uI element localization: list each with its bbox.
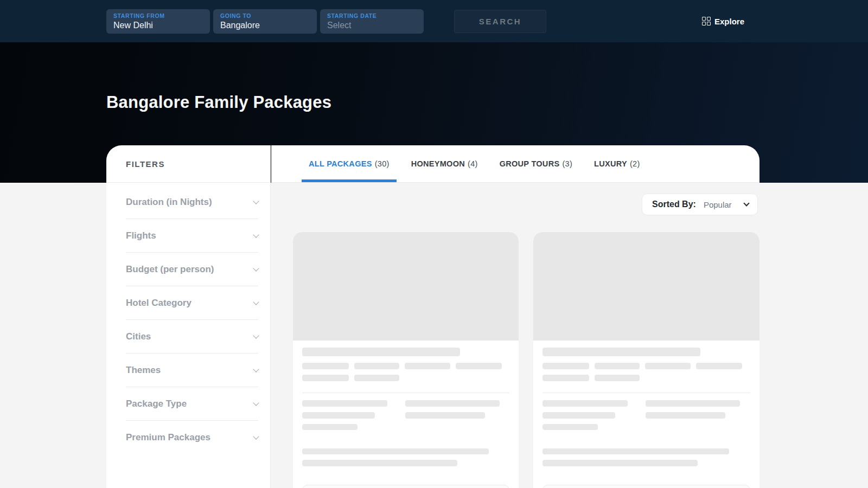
filter-label: Duration (in Nights) bbox=[126, 197, 212, 208]
starting-date-label: STARTING DATE bbox=[327, 12, 417, 19]
chevron-down-icon bbox=[253, 232, 259, 237]
going-to-field[interactable]: GOING TO Bangalore bbox=[213, 9, 317, 34]
package-card-skeleton bbox=[533, 232, 760, 488]
filter-label: Package Type bbox=[126, 399, 187, 409]
skeleton-price-box bbox=[542, 485, 750, 488]
card-body bbox=[533, 341, 760, 488]
chevron-down-icon bbox=[253, 332, 259, 338]
filter-item-package-type[interactable]: Package Type bbox=[126, 387, 258, 421]
package-results bbox=[293, 232, 760, 488]
skeleton-details bbox=[302, 400, 509, 435]
tab-luxury[interactable]: LUXURY (2) bbox=[587, 145, 647, 182]
travel-packages-page: Bangalore Family Packages STARTING FROM … bbox=[0, 0, 868, 488]
chevron-down-icon bbox=[253, 400, 259, 406]
tab-label: HONEYMOON bbox=[411, 159, 465, 168]
chevron-down-icon bbox=[743, 200, 749, 206]
grid-icon bbox=[702, 17, 711, 25]
skeleton-chip-row bbox=[542, 363, 750, 369]
sort-label: Sorted By: bbox=[652, 200, 696, 209]
filters-heading: FILTERS bbox=[106, 145, 270, 183]
explore-label: Explore bbox=[714, 17, 744, 26]
starting-from-label: STARTING FROM bbox=[113, 12, 203, 19]
tab-group-tours[interactable]: GROUP TOURS (3) bbox=[493, 145, 579, 182]
skeleton-chip-row bbox=[302, 375, 509, 381]
skeleton-price-box bbox=[302, 485, 509, 488]
going-to-label: GOING TO bbox=[220, 12, 310, 19]
filter-label: Flights bbox=[126, 230, 156, 241]
package-tabs: ALL PACKAGES (30) HONEYMOON (4) GROUP TO… bbox=[271, 145, 760, 183]
filter-item-flights[interactable]: Flights bbox=[126, 219, 258, 253]
card-divider bbox=[542, 393, 750, 393]
skeleton-title bbox=[542, 348, 700, 356]
sort-dropdown[interactable]: Sorted By: Popular bbox=[642, 194, 758, 215]
skeleton-line bbox=[302, 448, 489, 454]
filter-label: Cities bbox=[126, 331, 151, 342]
active-tab-underline bbox=[302, 179, 397, 182]
skeleton-title bbox=[302, 348, 460, 356]
card-body bbox=[293, 341, 519, 488]
going-to-value: Bangalore bbox=[220, 21, 310, 30]
tab-all-packages[interactable]: ALL PACKAGES (30) bbox=[302, 145, 397, 182]
filter-item-themes[interactable]: Themes bbox=[126, 354, 258, 387]
chevron-down-icon bbox=[253, 299, 259, 305]
chevron-down-icon bbox=[253, 433, 259, 439]
search-button[interactable]: SEARCH bbox=[454, 10, 546, 33]
starting-date-field[interactable]: STARTING DATE Select bbox=[320, 9, 424, 34]
skeleton-details bbox=[542, 400, 750, 435]
search-topbar: STARTING FROM New Delhi GOING TO Bangalo… bbox=[0, 0, 868, 42]
tab-honeymoon[interactable]: HONEYMOON (4) bbox=[404, 145, 485, 182]
skeleton-chip-row bbox=[302, 363, 509, 369]
tab-count: (30) bbox=[375, 159, 390, 168]
skeleton-line bbox=[302, 460, 457, 466]
filter-item-duration[interactable]: Duration (in Nights) bbox=[126, 185, 258, 219]
filter-item-cities[interactable]: Cities bbox=[126, 320, 258, 354]
filter-label: Themes bbox=[126, 365, 161, 376]
chevron-down-icon bbox=[253, 198, 259, 204]
tab-label: GROUP TOURS bbox=[500, 159, 560, 168]
skeleton-line bbox=[542, 448, 729, 454]
filter-label: Premium Packages bbox=[126, 432, 210, 443]
sort-value: Popular bbox=[704, 200, 732, 209]
filter-item-hotel-category[interactable]: Hotel Category bbox=[126, 286, 258, 320]
explore-button[interactable]: Explore bbox=[702, 17, 744, 26]
package-card-skeleton bbox=[293, 232, 519, 488]
card-image-placeholder bbox=[533, 232, 760, 341]
tab-count: (4) bbox=[468, 159, 478, 168]
chevron-down-icon bbox=[253, 265, 259, 271]
filter-item-premium-packages[interactable]: Premium Packages bbox=[126, 421, 258, 454]
skeleton-line bbox=[542, 460, 698, 466]
tab-count: (2) bbox=[630, 159, 640, 168]
chevron-down-icon bbox=[253, 366, 259, 372]
starting-from-value: New Delhi bbox=[113, 21, 203, 30]
starting-date-placeholder: Select bbox=[327, 21, 417, 30]
starting-from-field[interactable]: STARTING FROM New Delhi bbox=[106, 9, 210, 34]
filter-label: Hotel Category bbox=[126, 298, 192, 309]
page-title: Bangalore Family Packages bbox=[106, 93, 331, 112]
filter-list: Duration (in Nights) Flights Budget (per… bbox=[106, 183, 270, 454]
filter-item-budget[interactable]: Budget (per person) bbox=[126, 253, 258, 286]
tab-count: (3) bbox=[562, 159, 572, 168]
tab-label: LUXURY bbox=[594, 159, 627, 168]
filters-sidebar: FILTERS Duration (in Nights) Flights Bud… bbox=[106, 145, 271, 488]
card-divider bbox=[302, 393, 509, 393]
skeleton-chip-row bbox=[542, 375, 750, 381]
card-image-placeholder bbox=[293, 232, 519, 341]
tab-label: ALL PACKAGES bbox=[309, 159, 372, 168]
filter-label: Budget (per person) bbox=[126, 264, 214, 275]
